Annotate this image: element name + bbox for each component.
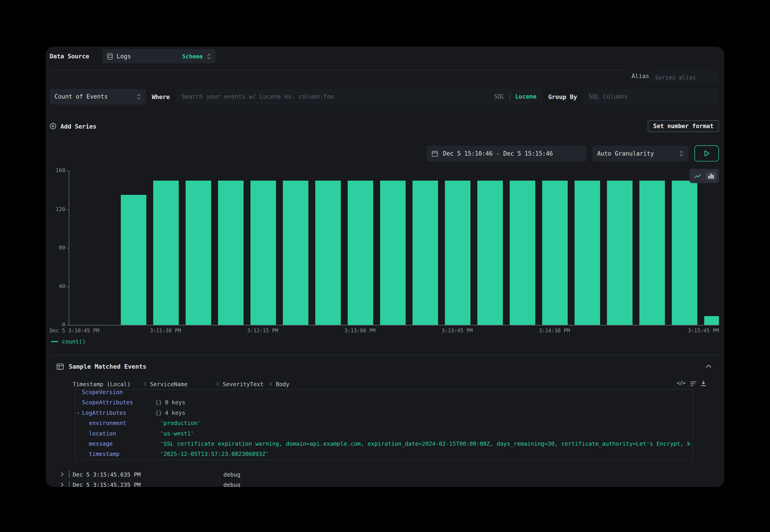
y-axis-tick bbox=[67, 248, 69, 248]
event-row[interactable]: Dec 5 3:15:45.635 PMdebug bbox=[46, 470, 724, 480]
aggregation-value: Count of Events bbox=[55, 93, 108, 100]
add-series-label: Add Series bbox=[60, 122, 96, 130]
x-axis-label: 3:14:30 PM bbox=[539, 327, 570, 333]
attribute-value: "SSL certificate expiration warning, dom… bbox=[160, 439, 690, 449]
query-language-toggle[interactable]: SQL | Lucene bbox=[494, 93, 536, 100]
code-view-icon[interactable]: </> bbox=[677, 380, 685, 386]
keys-badge-label: 0 keys bbox=[165, 398, 185, 408]
alias-input[interactable] bbox=[650, 71, 718, 84]
lucene-option[interactable]: Lucene bbox=[515, 93, 537, 100]
chart-bar bbox=[445, 181, 471, 325]
x-axis-label: 3:13:45 PM bbox=[442, 327, 473, 333]
sql-option[interactable]: SQL bbox=[494, 93, 505, 100]
page: Data Source Logs Schema Alias Count of E… bbox=[0, 0, 770, 532]
wrap-lines-icon[interactable] bbox=[690, 381, 697, 386]
column-header[interactable]: Timestamp (Local) bbox=[73, 381, 130, 388]
x-axis-label: 3:13:00 PM bbox=[344, 327, 376, 333]
column-header-label: Body bbox=[276, 381, 289, 388]
detail-row: location"us-west1" bbox=[76, 428, 693, 439]
chart-type-toggle bbox=[690, 169, 719, 183]
sample-events-title: Sample Matched Events bbox=[69, 363, 146, 370]
chart-controls-row: Dec 5 15:10:46 - Dec 5 15:15:46 Auto Gra… bbox=[427, 145, 719, 162]
set-number-format-button[interactable]: Set number format bbox=[648, 120, 719, 132]
time-range-picker[interactable]: Dec 5 15:10:46 - Dec 5 15:15:46 bbox=[427, 146, 586, 161]
bar-chart-toggle[interactable] bbox=[706, 172, 717, 180]
search-box: SQL | Lucene bbox=[176, 89, 543, 104]
add-series-button[interactable]: Add Series bbox=[50, 122, 96, 130]
drag-handle-icon[interactable]: ⠿ bbox=[216, 382, 219, 387]
group-by-label: Group By bbox=[548, 93, 577, 100]
calendar-icon bbox=[432, 150, 438, 157]
chart-bar bbox=[510, 181, 535, 325]
value-text: SSL certificate expiration warning, doma… bbox=[163, 440, 690, 447]
group-by-input[interactable] bbox=[583, 89, 719, 104]
value-text: production bbox=[163, 420, 197, 426]
collapse-triangle-icon[interactable]: ▾ bbox=[77, 408, 79, 418]
attribute-value: "2025-12-05T13:57:23.082306893Z" bbox=[160, 449, 690, 459]
chevron-updown-icon bbox=[137, 93, 141, 100]
aggregation-select[interactable]: Count of Events bbox=[50, 89, 146, 104]
drag-handle-icon[interactable]: ⠿ bbox=[143, 382, 147, 387]
detail-row: environment"production" bbox=[76, 418, 693, 428]
alias-label: Alias bbox=[632, 73, 649, 80]
chart-bar bbox=[575, 181, 600, 325]
chevron-updown-icon bbox=[679, 150, 683, 157]
chart-bar bbox=[153, 181, 179, 325]
column-header[interactable]: ⠿ServiceName bbox=[143, 381, 187, 388]
x-axis-line bbox=[69, 325, 719, 325]
keys-badge-label: 4 keys bbox=[165, 408, 185, 418]
column-header-label: SeverityText bbox=[223, 381, 264, 388]
x-axis-label: 3:15:45 PM bbox=[688, 327, 719, 333]
chart-bar bbox=[348, 181, 373, 325]
x-axis-label: 3:11:30 PM bbox=[150, 327, 181, 333]
schema-link[interactable]: Schema bbox=[182, 53, 203, 60]
series-row: Add Series Set number format bbox=[50, 119, 719, 133]
event-row[interactable]: Dec 5 3:15:45.235 PMdebug bbox=[46, 480, 724, 487]
chart-bar bbox=[639, 181, 665, 325]
close-quote: " bbox=[191, 430, 194, 437]
chart-bar bbox=[380, 181, 406, 325]
plus-circle-icon bbox=[50, 123, 56, 129]
chart-bar bbox=[607, 181, 633, 325]
search-input[interactable] bbox=[182, 93, 490, 100]
legend-swatch bbox=[51, 341, 58, 342]
chart-bar bbox=[542, 181, 568, 325]
open-quote: " bbox=[160, 451, 163, 457]
line-chart-toggle[interactable] bbox=[692, 172, 704, 180]
expand-chevron-icon[interactable] bbox=[60, 472, 64, 477]
data-source-select[interactable]: Logs Schema bbox=[102, 49, 215, 63]
value-text: 2025-12-05T13:57:23.082306893Z bbox=[163, 451, 265, 457]
chart-legend[interactable]: count() bbox=[51, 338, 86, 345]
value-text: us-west1 bbox=[163, 430, 191, 437]
drag-handle-icon[interactable]: ⠿ bbox=[269, 382, 272, 387]
braces-icon: {} bbox=[155, 408, 162, 418]
chart-plot bbox=[69, 171, 719, 325]
detail-row: ▾LogAttributes{}4 keys bbox=[76, 408, 693, 418]
chart-builder-panel: Data Source Logs Schema Alias Count of E… bbox=[46, 47, 724, 487]
detail-row: ScopeAttributes{}0 keys bbox=[76, 398, 693, 408]
event-rows: Dec 5 3:15:45.635 PMdebugDec 5 3:15:45.2… bbox=[46, 470, 724, 487]
query-row: Count of Events Where SQL | Lucene Group… bbox=[50, 89, 719, 104]
attribute-key: timestamp bbox=[89, 449, 119, 459]
event-timestamp: Dec 5 3:15:45.635 PM bbox=[73, 470, 141, 480]
expand-chevron-icon[interactable] bbox=[60, 482, 64, 487]
collapse-section-chevron-icon[interactable] bbox=[706, 365, 712, 368]
run-query-button[interactable] bbox=[694, 145, 719, 162]
braces-icon: {} bbox=[155, 398, 162, 408]
data-source-value: Logs bbox=[117, 53, 131, 60]
column-header-label: ServiceName bbox=[150, 381, 187, 388]
chart-bar bbox=[477, 181, 503, 325]
y-axis-tick bbox=[67, 209, 69, 210]
close-quote: " bbox=[197, 420, 201, 426]
column-header[interactable]: ⠿SeverityText bbox=[216, 381, 264, 388]
bar-chart-icon bbox=[708, 173, 714, 179]
time-range-value: Dec 5 15:10:46 - Dec 5 15:15:46 bbox=[443, 150, 553, 157]
granularity-select[interactable]: Auto Granularity bbox=[592, 146, 688, 161]
attribute-value: "production" bbox=[160, 418, 690, 428]
download-icon[interactable] bbox=[700, 380, 707, 386]
severity-bar bbox=[69, 471, 70, 478]
x-axis-label: 3:12:15 PM bbox=[247, 327, 278, 333]
detail-row: message"SSL certificate expiration warni… bbox=[76, 439, 693, 449]
close-quote: " bbox=[265, 451, 269, 457]
column-header[interactable]: ⠿Body bbox=[269, 381, 289, 388]
